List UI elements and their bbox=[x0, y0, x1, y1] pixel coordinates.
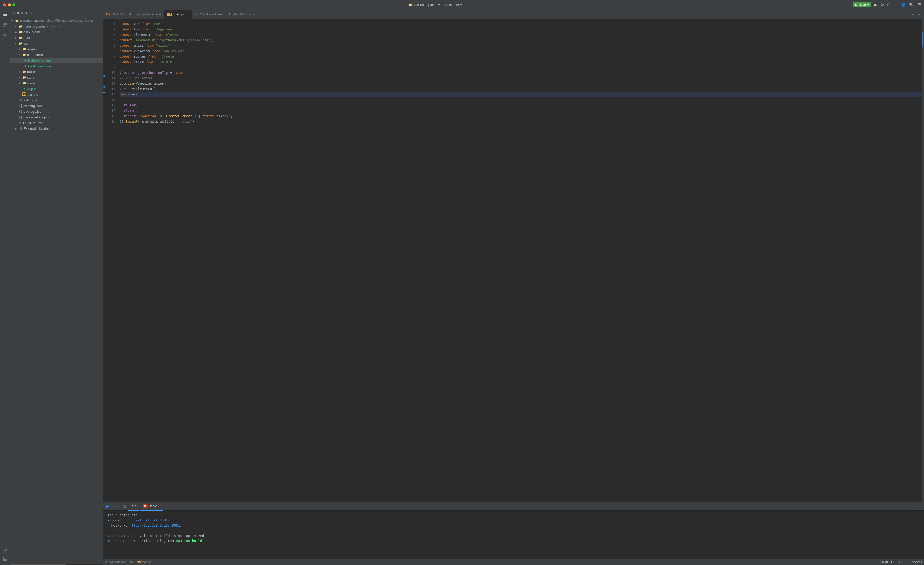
project-name-label: vue-oss-upload bbox=[414, 3, 437, 7]
tree-label-ossupload: OssUpload.vue bbox=[28, 64, 51, 68]
activity-git[interactable] bbox=[1, 21, 9, 29]
code-editor[interactable]: 1 2 3 4 5 6 7 8 9 10 11 12 13 14 15 16 1… bbox=[103, 19, 924, 502]
tree-item-app-vue[interactable]: ✦ App.vue bbox=[10, 86, 103, 92]
tree-item-gitignore[interactable]: ⊘ .gitignore bbox=[10, 97, 103, 103]
tree-arrow-store: ▶ bbox=[19, 76, 22, 79]
bottom-tab-serve[interactable]: 🍺 serve × bbox=[140, 502, 163, 511]
breadcrumb-src[interactable]: src bbox=[129, 560, 134, 564]
terminal-line-network: - Network: http://192.168.0.157:8081/ bbox=[107, 523, 920, 528]
tree-item-store[interactable]: ▶ 📁 store bbox=[10, 75, 103, 80]
bottom-debug-icon[interactable]: ⬛ bbox=[111, 504, 116, 509]
code-content[interactable]: import Vue from 'vue' import App from '.… bbox=[118, 19, 922, 502]
activity-explorer[interactable] bbox=[1, 12, 9, 20]
activity-search[interactable] bbox=[1, 30, 9, 39]
terminal-network-url[interactable]: http://192.168.0.157:8081/ bbox=[129, 523, 182, 527]
terminal-local-url[interactable]: http://localhost:8081/ bbox=[125, 518, 170, 522]
tree-item-oss-upload[interactable]: ▶ 📁 oss-upload bbox=[10, 29, 103, 35]
tab-helloworld[interactable]: ✦ HelloWorld.vue bbox=[225, 10, 258, 19]
bottom-panel-icon3[interactable] bbox=[117, 504, 121, 509]
tree-item-views[interactable]: ▶ 📁 views bbox=[10, 80, 103, 86]
gutter-dot-13 bbox=[103, 84, 105, 90]
activity-notifications[interactable] bbox=[1, 545, 9, 554]
tree-item-components[interactable]: ▾ 📁 components bbox=[10, 52, 103, 57]
bottom-tab-run[interactable]: Run bbox=[128, 502, 139, 511]
serve-tab-close[interactable]: × bbox=[159, 505, 160, 508]
gitignore-icon: ⊘ bbox=[19, 98, 22, 102]
tab-main-close[interactable]: × bbox=[185, 13, 189, 16]
tree-label-package-lock: package-lock.json bbox=[24, 115, 50, 119]
bottom-panel: ▶ ⬛ 🗑 Run 🍺 serve × ⋯ bbox=[103, 502, 924, 559]
bottom-more-icon[interactable]: ⋯ bbox=[918, 504, 922, 509]
status-right: 14:10 LF UTF-8 2 spaces bbox=[880, 560, 922, 564]
code-line-19: }).$mount( elementOrSelector: '#app') bbox=[120, 119, 922, 124]
tree-item-helloworld[interactable]: ✦ HelloWorld.vue bbox=[10, 57, 103, 63]
bottom-run-icon[interactable]: ▶ bbox=[105, 504, 110, 509]
folder-icon-store: 📁 bbox=[22, 75, 26, 80]
sidebar-scrollbar[interactable] bbox=[10, 564, 103, 565]
tree-label-gitignore: .gitignore bbox=[24, 98, 37, 102]
tree-item-public[interactable]: ▶ 📁 public bbox=[10, 35, 103, 41]
maximize-button[interactable] bbox=[12, 3, 15, 6]
tree-item-readme[interactable]: M+ README.md bbox=[10, 120, 103, 126]
activity-bottom[interactable] bbox=[1, 554, 9, 563]
status-line-ending[interactable]: LF bbox=[891, 560, 895, 564]
serve-button[interactable]: ▶ serve ▾ bbox=[853, 2, 871, 8]
tree-item-package-json[interactable]: { } package.json bbox=[10, 109, 103, 114]
breadcrumb-project[interactable]: vue-oss-upload bbox=[105, 560, 126, 564]
code-line-17: store, bbox=[120, 108, 922, 113]
run-icon[interactable]: ▶ bbox=[874, 2, 878, 7]
svg-rect-1 bbox=[3, 15, 7, 16]
account-icon[interactable]: 👤 bbox=[901, 2, 906, 7]
tab-readme[interactable]: M+ README.md bbox=[103, 10, 134, 19]
tree-item-src[interactable]: ▾ 📁 src bbox=[10, 41, 103, 46]
tree-item-assets[interactable]: ▶ 📁 assets bbox=[10, 46, 103, 52]
tree-item-router[interactable]: ▶ 📁 router bbox=[10, 69, 103, 75]
tree-item-package-lock[interactable]: { } package-lock.json bbox=[10, 114, 103, 120]
code-line-12: Vue.use(VueAxios,axios) bbox=[120, 81, 922, 86]
search-top-icon[interactable]: 🔍 bbox=[909, 2, 914, 7]
folder-icon-public: 📁 bbox=[19, 36, 22, 40]
gutter-dot-empty4 bbox=[103, 35, 105, 41]
minimize-button[interactable] bbox=[8, 3, 11, 6]
tree-item-jsconfig[interactable]: { } jsconfig.json bbox=[10, 103, 103, 109]
breadcrumb-sep1: › bbox=[128, 560, 128, 564]
tree-label-jsconfig: jsconfig.json bbox=[24, 104, 42, 108]
code-line-10: Vue.config.productionTip = false bbox=[120, 70, 922, 75]
close-button[interactable] bbox=[3, 3, 6, 6]
branch-selector[interactable]: ⎇ master ▾ bbox=[444, 3, 462, 7]
tree-arrow-assets: ▶ bbox=[19, 48, 22, 51]
tab-main[interactable]: JS main.js × bbox=[164, 10, 192, 19]
tree-label-src: src bbox=[24, 42, 28, 45]
tree-label-oss-upload: oss-upload bbox=[24, 30, 40, 34]
md-icon-readme: M+ bbox=[19, 121, 22, 125]
sidebar-tree: ▾ 📁 vue-oss-upload /Library/Soft/my-proj… bbox=[10, 17, 103, 564]
hamburger-icon[interactable]: ☰ bbox=[917, 2, 921, 7]
tab-package[interactable]: { } package.json bbox=[134, 10, 164, 19]
more-icon[interactable]: ⋯ bbox=[894, 2, 898, 7]
project-selector[interactable]: 📁 vue-oss-upload ▾ bbox=[408, 3, 440, 7]
tabs-more-actions[interactable]: ⋯ bbox=[908, 12, 916, 17]
svg-point-4 bbox=[4, 26, 4, 27]
svg-rect-7 bbox=[3, 557, 7, 560]
git-branch-icon: ⎇ bbox=[444, 3, 448, 7]
bottom-trash-icon[interactable]: 🗑 bbox=[122, 504, 127, 509]
serve-badge: 🍺 bbox=[142, 504, 148, 508]
settings-icon[interactable]: ⚙ bbox=[880, 2, 884, 7]
layout-icon[interactable]: ⊞ bbox=[887, 2, 891, 7]
gutter-dot-empty8 bbox=[103, 57, 105, 62]
svg-point-3 bbox=[4, 24, 4, 24]
breadcrumb-file[interactable]: JS main.js bbox=[136, 560, 152, 564]
code-line-4: import 'element-ui/lib/theme-chalk/index… bbox=[120, 38, 922, 43]
tree-item-main-js[interactable]: JS main.js bbox=[10, 92, 103, 97]
tab-ossupload[interactable]: ✦ OssUpload.vue bbox=[192, 10, 225, 19]
status-indent[interactable]: 2 spaces bbox=[910, 560, 922, 564]
status-position[interactable]: 14:10 bbox=[880, 560, 888, 564]
tree-item-ossupload[interactable]: ✦ OssUpload.vue bbox=[10, 63, 103, 69]
tree-item-root[interactable]: ▾ 📁 vue-oss-upload /Library/Soft/my-proj… bbox=[10, 18, 103, 24]
status-encoding[interactable]: UTF-8 bbox=[898, 560, 906, 564]
right-scroll-indicator[interactable] bbox=[922, 19, 924, 502]
terminal-line-note2: To create a production build, run npm ru… bbox=[107, 538, 920, 544]
tree-item-node-modules[interactable]: ▶ 📁 node_modules library root bbox=[10, 24, 103, 29]
tree-item-ext-libs[interactable]: ▶ 🗄 External Libraries bbox=[10, 126, 103, 131]
bottom-actions: ⋯ bbox=[918, 504, 922, 509]
